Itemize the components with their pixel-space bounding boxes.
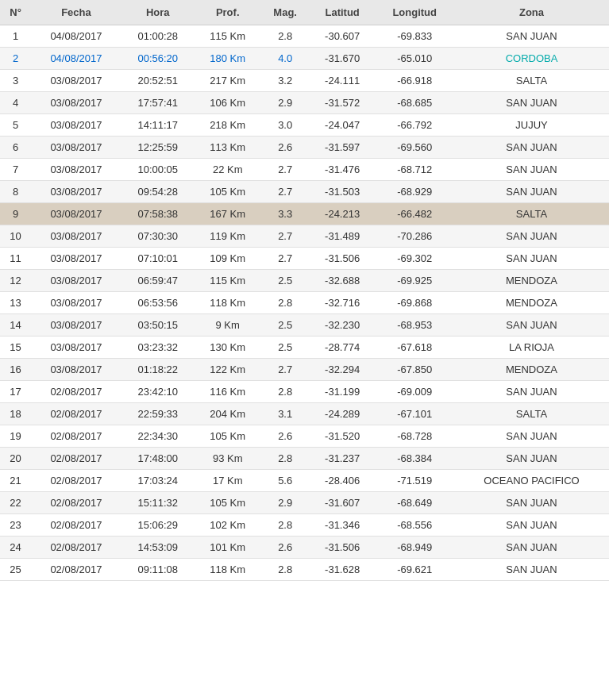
header-longitud: Longitud bbox=[375, 0, 454, 25]
cell-lon: -70.286 bbox=[375, 225, 454, 248]
cell-zona: SAN JUAN bbox=[454, 159, 609, 181]
cell-n: 3 bbox=[0, 70, 31, 92]
cell-lat: -32.294 bbox=[310, 359, 376, 381]
cell-zona: SALTA bbox=[454, 203, 609, 225]
cell-mag: 2.8 bbox=[261, 25, 310, 48]
cell-n: 15 bbox=[0, 337, 31, 359]
table-row[interactable]: 603/08/201712:25:59113 Km2.6-31.597-69.5… bbox=[0, 137, 609, 159]
cell-lat: -31.489 bbox=[310, 225, 376, 248]
cell-prof: 106 Km bbox=[195, 92, 261, 114]
cell-hora: 06:53:56 bbox=[121, 292, 195, 314]
cell-zona: SAN JUAN bbox=[454, 425, 609, 448]
cell-lon: -71.519 bbox=[375, 470, 454, 492]
cell-lon: -69.009 bbox=[375, 381, 454, 403]
cell-lon: -67.101 bbox=[375, 403, 454, 425]
cell-lat: -31.572 bbox=[310, 92, 376, 114]
cell-fecha: 04/08/2017 bbox=[31, 25, 121, 48]
cell-hora: 07:30:30 bbox=[121, 225, 195, 248]
cell-hora: 03:50:15 bbox=[121, 314, 195, 337]
cell-lat: -31.628 bbox=[310, 559, 376, 581]
cell-hora: 01:00:28 bbox=[121, 25, 195, 48]
table-row[interactable]: 2402/08/201714:53:09101 Km2.6-31.506-68.… bbox=[0, 537, 609, 559]
cell-zona: SAN JUAN bbox=[454, 248, 609, 270]
table-row[interactable]: 803/08/201709:54:28105 Km2.7-31.503-68.9… bbox=[0, 181, 609, 203]
cell-prof: 218 Km bbox=[195, 114, 261, 137]
cell-zona: SALTA bbox=[454, 70, 609, 92]
table-row[interactable]: 1103/08/201707:10:01109 Km2.7-31.506-69.… bbox=[0, 248, 609, 270]
cell-hora: 01:18:22 bbox=[121, 359, 195, 381]
cell-prof: 109 Km bbox=[195, 248, 261, 270]
cell-mag: 2.8 bbox=[261, 559, 310, 581]
cell-n: 18 bbox=[0, 403, 31, 425]
cell-lat: -32.716 bbox=[310, 292, 376, 314]
table-row[interactable]: 1003/08/201707:30:30119 Km2.7-31.489-70.… bbox=[0, 225, 609, 248]
cell-fecha: 02/08/2017 bbox=[31, 492, 121, 514]
table-row[interactable]: 104/08/201701:00:28115 Km2.8-30.607-69.8… bbox=[0, 25, 609, 48]
cell-lat: -28.774 bbox=[310, 337, 376, 359]
table-row[interactable]: 1503/08/201703:23:32130 Km2.5-28.774-67.… bbox=[0, 337, 609, 359]
cell-mag: 2.6 bbox=[261, 425, 310, 448]
cell-fecha: 03/08/2017 bbox=[31, 292, 121, 314]
cell-prof: 113 Km bbox=[195, 137, 261, 159]
table-row[interactable]: 1203/08/201706:59:47115 Km2.5-32.688-69.… bbox=[0, 270, 609, 292]
header-hora: Hora bbox=[121, 0, 195, 25]
cell-hora: 07:58:38 bbox=[121, 203, 195, 225]
table-row[interactable]: 1403/08/201703:50:159 Km2.5-32.230-68.95… bbox=[0, 314, 609, 337]
table-row[interactable]: 2102/08/201717:03:2417 Km5.6-28.406-71.5… bbox=[0, 470, 609, 492]
cell-prof: 102 Km bbox=[195, 514, 261, 537]
cell-zona: SALTA bbox=[454, 403, 609, 425]
table-row[interactable]: 503/08/201714:11:17218 Km3.0-24.047-66.7… bbox=[0, 114, 609, 137]
cell-n: 17 bbox=[0, 381, 31, 403]
table-row[interactable]: 1802/08/201722:59:33204 Km3.1-24.289-67.… bbox=[0, 403, 609, 425]
table-row[interactable]: 204/08/201700:56:20180 Km4.0-31.670-65.0… bbox=[0, 48, 609, 70]
header-mag: Mag. bbox=[261, 0, 310, 25]
cell-mag: 2.6 bbox=[261, 137, 310, 159]
table-row[interactable]: 403/08/201717:57:41106 Km2.9-31.572-68.6… bbox=[0, 92, 609, 114]
cell-zona: SAN JUAN bbox=[454, 492, 609, 514]
cell-prof: 115 Km bbox=[195, 270, 261, 292]
table-row[interactable]: 703/08/201710:00:0522 Km2.7-31.476-68.71… bbox=[0, 159, 609, 181]
cell-zona: CORDOBA bbox=[454, 48, 609, 70]
table-row[interactable]: 1702/08/201723:42:10116 Km2.8-31.199-69.… bbox=[0, 381, 609, 403]
cell-prof: 17 Km bbox=[195, 470, 261, 492]
table-row[interactable]: 1303/08/201706:53:56118 Km2.8-32.716-69.… bbox=[0, 292, 609, 314]
table-row[interactable]: 903/08/201707:58:38167 Km3.3-24.213-66.4… bbox=[0, 203, 609, 225]
table-row[interactable]: 2002/08/201717:48:0093 Km2.8-31.237-68.3… bbox=[0, 448, 609, 470]
cell-n: 19 bbox=[0, 425, 31, 448]
cell-zona: SAN JUAN bbox=[454, 137, 609, 159]
cell-fecha: 02/08/2017 bbox=[31, 537, 121, 559]
table-row[interactable]: 1902/08/201722:34:30105 Km2.6-31.520-68.… bbox=[0, 425, 609, 448]
cell-n: 9 bbox=[0, 203, 31, 225]
table-row[interactable]: 1603/08/201701:18:22122 Km2.7-32.294-67.… bbox=[0, 359, 609, 381]
cell-lon: -68.384 bbox=[375, 448, 454, 470]
cell-prof: 115 Km bbox=[195, 25, 261, 48]
cell-n: 20 bbox=[0, 448, 31, 470]
cell-lon: -69.560 bbox=[375, 137, 454, 159]
cell-lat: -24.213 bbox=[310, 203, 376, 225]
cell-prof: 93 Km bbox=[195, 448, 261, 470]
cell-lon: -66.918 bbox=[375, 70, 454, 92]
cell-prof: 105 Km bbox=[195, 181, 261, 203]
cell-n: 23 bbox=[0, 514, 31, 537]
cell-lon: -68.712 bbox=[375, 159, 454, 181]
cell-n: 5 bbox=[0, 114, 31, 137]
table-row[interactable]: 2502/08/201709:11:08118 Km2.8-31.628-69.… bbox=[0, 559, 609, 581]
cell-lat: -24.111 bbox=[310, 70, 376, 92]
cell-fecha: 03/08/2017 bbox=[31, 137, 121, 159]
cell-mag: 4.0 bbox=[261, 48, 310, 70]
cell-prof: 122 Km bbox=[195, 359, 261, 381]
cell-lon: -67.618 bbox=[375, 337, 454, 359]
cell-mag: 2.5 bbox=[261, 270, 310, 292]
cell-hora: 14:53:09 bbox=[121, 537, 195, 559]
cell-zona: MENDOZA bbox=[454, 359, 609, 381]
cell-n: 14 bbox=[0, 314, 31, 337]
cell-fecha: 03/08/2017 bbox=[31, 270, 121, 292]
cell-zona: MENDOZA bbox=[454, 292, 609, 314]
cell-mag: 2.7 bbox=[261, 225, 310, 248]
cell-lat: -31.503 bbox=[310, 181, 376, 203]
table-row[interactable]: 303/08/201720:52:51217 Km3.2-24.111-66.9… bbox=[0, 70, 609, 92]
table-row[interactable]: 2202/08/201715:11:32105 Km2.9-31.607-68.… bbox=[0, 492, 609, 514]
table-row[interactable]: 2302/08/201715:06:29102 Km2.8-31.346-68.… bbox=[0, 514, 609, 537]
cell-hora: 12:25:59 bbox=[121, 137, 195, 159]
cell-zona: SAN JUAN bbox=[454, 92, 609, 114]
